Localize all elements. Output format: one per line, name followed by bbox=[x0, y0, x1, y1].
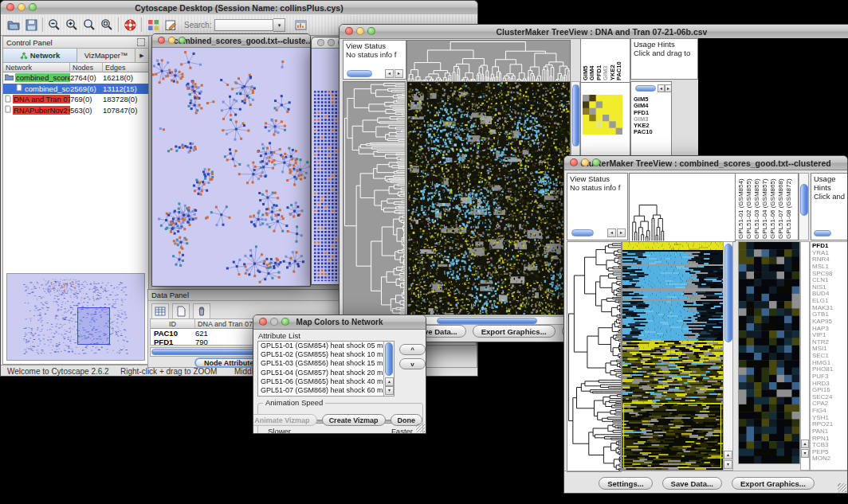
close-icon[interactable] bbox=[345, 27, 353, 35]
window-controls[interactable] bbox=[158, 37, 186, 44]
tv2-vscrollbar[interactable]: ▴ ▾ bbox=[723, 241, 733, 471]
col-network[interactable]: Network bbox=[3, 63, 70, 72]
attribute-list-item[interactable]: GPL51-04 (GSM857) heat shock 20 min bbox=[258, 369, 383, 377]
close-icon[interactable] bbox=[317, 39, 324, 46]
scroll-down-button[interactable]: ▾ bbox=[801, 449, 809, 458]
gene-label[interactable]: MON2 bbox=[812, 455, 848, 463]
move-up-button[interactable]: ^ bbox=[399, 344, 426, 355]
tabs-overflow-arrow[interactable]: ▶ bbox=[135, 49, 148, 62]
float-panel-icon[interactable] bbox=[137, 38, 145, 46]
settings-button[interactable]: Settings... bbox=[599, 477, 652, 490]
attribute-list-item[interactable]: GPL51-02 (GSM855) heat shock 10 min bbox=[258, 350, 383, 359]
save-session-button[interactable] bbox=[22, 16, 40, 33]
scroll-left-button[interactable]: ◂ bbox=[658, 84, 665, 92]
open-session-button[interactable] bbox=[5, 16, 22, 33]
close-icon[interactable] bbox=[158, 37, 165, 44]
window-controls[interactable] bbox=[259, 318, 289, 326]
resize-grip[interactable] bbox=[416, 424, 425, 432]
network-table-row[interactable]: combined_scores2764(0)16218(0) bbox=[3, 72, 148, 84]
zoom-fit-icon[interactable] bbox=[98, 16, 116, 33]
close-icon[interactable] bbox=[259, 318, 267, 326]
column-label[interactable]: GPL51-04 (GSM857) bbox=[761, 174, 769, 239]
view-status-scroll-thumb[interactable] bbox=[347, 70, 372, 77]
scroll-up-button[interactable]: ▴ bbox=[724, 451, 732, 459]
resize-grip[interactable] bbox=[838, 483, 846, 492]
save-data-button[interactable]: Save Data... bbox=[662, 477, 722, 490]
zoom-window-icon[interactable] bbox=[367, 27, 375, 35]
dialog-button[interactable]: Create Vizmap bbox=[322, 414, 386, 426]
attribute-list-box[interactable]: GPL51-01 (GSM854) heat shock 05 minGPL51… bbox=[257, 341, 395, 397]
window-controls[interactable] bbox=[570, 158, 600, 166]
gene-label[interactable]: PAC10 bbox=[634, 129, 653, 135]
tv2-row-dendrogram-canvas[interactable] bbox=[567, 241, 622, 472]
close-icon[interactable] bbox=[6, 3, 14, 11]
column-label[interactable]: GIM4 bbox=[589, 39, 595, 80]
scroll-left-button[interactable]: ◂ bbox=[607, 229, 616, 237]
zoom-window-icon[interactable] bbox=[29, 3, 37, 11]
attribute-list-item[interactable]: GPL51-01 (GSM854) heat shock 05 min bbox=[258, 342, 383, 350]
tv2-zoom-heatmap-canvas[interactable] bbox=[738, 241, 800, 464]
tv1-heatmap-canvas[interactable] bbox=[406, 81, 571, 315]
minimize-icon[interactable] bbox=[168, 37, 175, 44]
minimize-icon[interactable] bbox=[270, 318, 278, 326]
delete-attribute-trash-icon[interactable] bbox=[193, 303, 210, 319]
zoom-window-icon[interactable] bbox=[179, 37, 186, 44]
attribute-list-item[interactable]: GPL51-03 (GSM856) heat shock 15 min bbox=[258, 359, 383, 368]
blue-grid-canvas[interactable] bbox=[313, 90, 340, 281]
help-lifering-icon[interactable] bbox=[121, 16, 139, 33]
column-label[interactable]: GPL51-03 (GSM856) bbox=[753, 174, 761, 239]
tv1-hscrollbar[interactable] bbox=[406, 316, 571, 325]
scroll-down-button[interactable]: ▾ bbox=[385, 386, 394, 395]
window-controls[interactable] bbox=[345, 27, 375, 35]
gene-panel-scroll-thumb[interactable] bbox=[635, 85, 656, 92]
usage-hints-scroll-thumb[interactable] bbox=[814, 230, 831, 236]
minimize-icon[interactable] bbox=[581, 158, 589, 166]
new-attribute-icon[interactable] bbox=[172, 303, 190, 319]
attribute-table-icon[interactable] bbox=[151, 303, 169, 319]
network-table-row[interactable]: combined_sco2569(6)13112(15) bbox=[3, 84, 148, 95]
col-nodes[interactable]: Nodes bbox=[70, 63, 103, 72]
zoom-in-icon[interactable] bbox=[63, 16, 80, 33]
scroll-up-button[interactable]: ▴ bbox=[801, 440, 809, 448]
column-label[interactable]: YKE2 bbox=[610, 39, 616, 80]
attribute-list-scrollbar[interactable]: ▴ ▾ bbox=[383, 342, 394, 396]
tv2-top-dendrogram-canvas[interactable] bbox=[629, 173, 736, 242]
minimize-icon[interactable] bbox=[328, 39, 335, 46]
minimize-icon[interactable] bbox=[356, 27, 364, 35]
main-titlebar[interactable]: Cytoscape Desktop (Session Name: collins… bbox=[1, 1, 477, 15]
tv1-column-dendrogram-canvas[interactable] bbox=[406, 40, 571, 82]
tv1-row-dendrogram-canvas[interactable] bbox=[343, 81, 406, 315]
dialog-button[interactable]: Animate Vizmap bbox=[253, 414, 317, 426]
column-label[interactable]: GPL51-01 (GSM854) bbox=[737, 174, 745, 239]
col-edges[interactable]: Edges bbox=[103, 63, 148, 72]
column-label[interactable]: GPL51-08 (GSM872) bbox=[785, 174, 793, 239]
column-label[interactable]: PAC10 bbox=[616, 39, 622, 80]
zoom-out-icon[interactable] bbox=[45, 16, 63, 33]
search-dropdown-button[interactable]: ▾ bbox=[273, 18, 285, 32]
column-label[interactable]: GPL51-02 (GSM855) bbox=[745, 174, 753, 239]
data-col-id[interactable]: ID bbox=[151, 319, 195, 329]
treeview-button[interactable]: Export Graphics... bbox=[473, 325, 556, 338]
network-table-row[interactable]: DNA and Tran 07769(0)183728(0) bbox=[3, 94, 148, 105]
tv1-correlation-matrix-canvas[interactable] bbox=[583, 95, 622, 135]
column-label[interactable]: PFD1 bbox=[596, 39, 603, 80]
scroll-up-button[interactable]: ▴ bbox=[385, 377, 394, 386]
zoom-window-icon[interactable] bbox=[592, 158, 600, 166]
tab-network[interactable]: Network bbox=[3, 49, 77, 62]
column-label[interactable]: GPL51-07 (GSM868) bbox=[777, 174, 785, 239]
scroll-down-button[interactable]: ▾ bbox=[724, 460, 732, 469]
zoom-selected-icon[interactable] bbox=[80, 16, 98, 33]
search-input[interactable] bbox=[214, 19, 273, 31]
view-status-scroll-thumb[interactable] bbox=[571, 229, 594, 236]
export-graphics-button[interactable]: Export Graphics... bbox=[732, 477, 815, 490]
column-label[interactable]: GIM3 bbox=[603, 39, 609, 80]
scroll-right-button[interactable]: ▸ bbox=[395, 69, 403, 78]
column-label[interactable]: GPL51-06 (GSM865) bbox=[769, 174, 777, 239]
vizmapper-icon[interactable] bbox=[144, 16, 162, 33]
annotation-icon[interactable] bbox=[162, 16, 179, 33]
tab-vizmapper[interactable]: VizMapper™ bbox=[77, 49, 135, 62]
tv2-heatmap-canvas[interactable] bbox=[622, 241, 724, 471]
window-controls[interactable] bbox=[6, 3, 37, 11]
zoom-window-icon[interactable] bbox=[281, 318, 289, 326]
scroll-left-button[interactable]: ◂ bbox=[385, 69, 394, 78]
